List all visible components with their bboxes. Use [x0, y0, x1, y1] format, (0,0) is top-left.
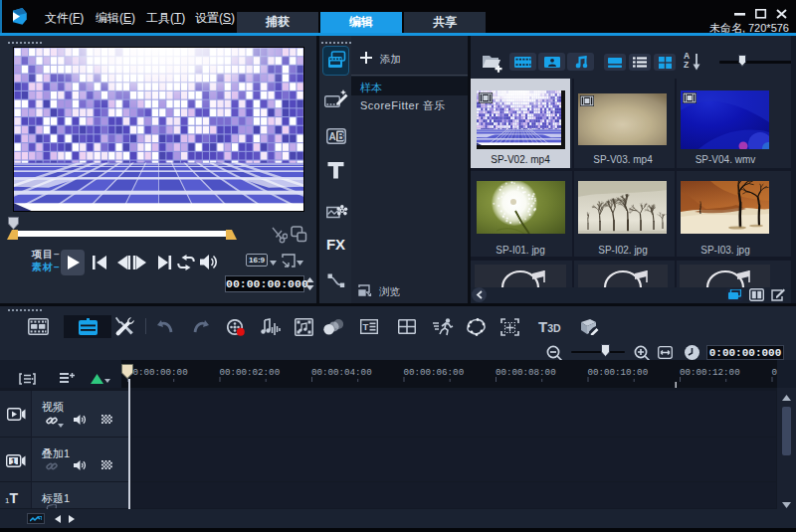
- svg-text:1: 1: [11, 456, 16, 466]
- svg-text:00:00:06:00: 00:00:06:00: [404, 367, 465, 378]
- svg-text:00:00:02:00: 00:00:02:00: [220, 367, 281, 378]
- svg-text:00:00:04:00: 00:00:04:00: [311, 367, 372, 378]
- svg-text:A: A: [329, 131, 336, 142]
- svg-text:00:00:12:00: 00:00:12:00: [680, 367, 740, 378]
- svg-text:00:00:00:00: 00:00:00:00: [127, 367, 188, 378]
- svg-text:00:00:10:00: 00:00:10:00: [588, 367, 649, 378]
- svg-text:00: 00: [772, 367, 778, 378]
- svg-text:00:00:08:00: 00:00:08:00: [496, 367, 556, 378]
- svg-text:B: B: [337, 131, 344, 142]
- svg-text:T: T: [363, 321, 369, 332]
